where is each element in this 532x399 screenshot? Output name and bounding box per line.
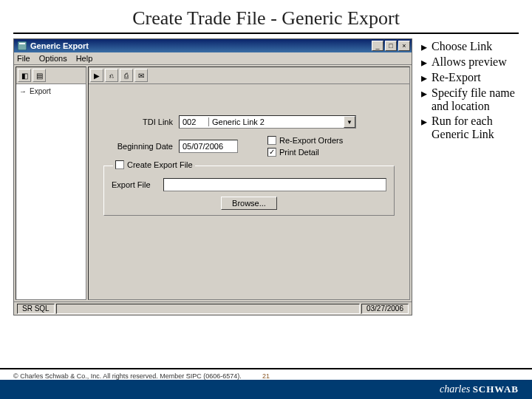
list-item: ▸Allows preview — [421, 55, 516, 69]
close-button[interactable]: × — [398, 41, 410, 51]
export-file-input[interactable] — [163, 178, 386, 191]
minimize-button[interactable]: _ — [372, 41, 383, 51]
status-right: 03/27/2006 — [361, 304, 409, 314]
toolbar-icon[interactable]: ✉ — [134, 69, 148, 82]
bullet-icon: ▸ — [421, 55, 432, 69]
window-title: Generic Export — [30, 41, 370, 50]
tool-icon[interactable]: ▤ — [33, 69, 46, 82]
app-icon — [17, 41, 27, 51]
list-item: ▸Choose Link — [421, 40, 516, 54]
list-item[interactable]: → Export — [19, 87, 83, 95]
list-item-label: Export — [30, 87, 51, 95]
bullet-icon: ▸ — [421, 86, 432, 113]
right-toolbar: ▶ ⎌ ⎙ ✉ — [89, 67, 409, 84]
date-value: 05/07/2006 — [183, 142, 223, 151]
bullet-text: Allows preview — [432, 55, 507, 69]
slide-footer: © Charles Schwab & Co., Inc. All rights … — [0, 368, 532, 399]
left-pane: ◧ ▤ → Export — [16, 66, 86, 300]
checkbox-box-icon: ✓ — [267, 148, 276, 157]
slide-title: Create Trade File - Generic Export — [0, 0, 532, 33]
page-number: 21 — [248, 372, 284, 380]
bullet-icon: ▸ — [421, 71, 432, 85]
tdi-link-select[interactable]: 002 Generic Link 2 ▼ — [179, 115, 356, 129]
bullet-list: ▸Choose Link ▸Allows preview ▸Re-Export … — [412, 38, 519, 316]
menu-options[interactable]: Options — [39, 54, 67, 63]
copyright: © Charles Schwab & Co., Inc. All rights … — [13, 372, 248, 380]
tdi-code: 002 — [180, 117, 209, 126]
titlebar[interactable]: Generic Export _ □ × — [14, 39, 412, 52]
reexport-checkbox[interactable]: Re-Export Orders — [267, 136, 343, 145]
toolbar-icon[interactable]: ⎙ — [120, 69, 133, 82]
checkbox-box-icon — [267, 136, 276, 145]
menubar: File Options Help — [14, 52, 412, 65]
list-item: ▸Specify file name and location — [421, 86, 516, 113]
title-rule — [13, 33, 519, 34]
maximize-button[interactable]: □ — [385, 41, 397, 51]
bullet-text: Choose Link — [432, 40, 492, 54]
menu-file[interactable]: File — [17, 54, 30, 63]
toolbar-icon[interactable]: ▶ — [90, 69, 103, 82]
bullet-text: Specify file name and location — [432, 86, 516, 113]
beginning-date-input[interactable]: 05/07/2006 — [179, 140, 238, 153]
left-list: → Export — [16, 84, 86, 299]
print-detail-label: Print Detail — [279, 148, 319, 157]
menu-help[interactable]: Help — [76, 54, 93, 63]
bullet-icon: ▸ — [421, 40, 432, 54]
arrow-icon: → — [19, 87, 27, 95]
browse-button[interactable]: Browse... — [221, 197, 277, 210]
tool-icon[interactable]: ◧ — [18, 69, 31, 82]
beginning-date-label: Beginning Date — [98, 142, 179, 151]
toolbar-icon[interactable]: ⎌ — [105, 69, 118, 82]
svg-rect-1 — [19, 43, 25, 44]
export-file-label: Export File — [112, 180, 163, 189]
bullet-text: Re-Export — [432, 71, 481, 85]
app-window: Generic Export _ □ × File Options Help ◧… — [13, 38, 412, 316]
right-pane: ▶ ⎌ ⎙ ✉ TDI Link 002 Generic Link 2 ▼ — [88, 66, 410, 300]
tdi-text: Generic Link 2 — [209, 117, 344, 126]
create-export-label: Create Export File — [127, 160, 193, 169]
print-detail-checkbox[interactable]: ✓ Print Detail — [267, 148, 343, 157]
tdi-link-label: TDI Link — [98, 117, 179, 126]
bullet-text: Run for each Generic Link — [432, 115, 516, 141]
left-toolbar: ◧ ▤ — [16, 67, 86, 84]
brand-a: charles — [440, 383, 470, 395]
bullet-icon: ▸ — [421, 115, 432, 141]
brand-bar: charles SCHWAB — [0, 380, 532, 399]
svg-rect-0 — [18, 41, 27, 50]
statusbar: SR SQL 03/27/2006 — [14, 301, 412, 315]
chevron-down-icon[interactable]: ▼ — [344, 116, 355, 128]
status-left: SR SQL — [17, 304, 55, 314]
export-file-group: Create Export File Export File Browse... — [103, 166, 395, 216]
list-item: ▸Run for each Generic Link — [421, 115, 516, 141]
status-spacer — [56, 304, 360, 314]
brand-b: SCHWAB — [473, 383, 519, 395]
reexport-label: Re-Export Orders — [279, 136, 343, 145]
create-export-checkbox[interactable]: Create Export File — [113, 160, 195, 169]
checkbox-box-icon — [115, 160, 124, 169]
brand-logo: charles SCHWAB — [440, 383, 519, 395]
list-item: ▸Re-Export — [421, 71, 516, 85]
